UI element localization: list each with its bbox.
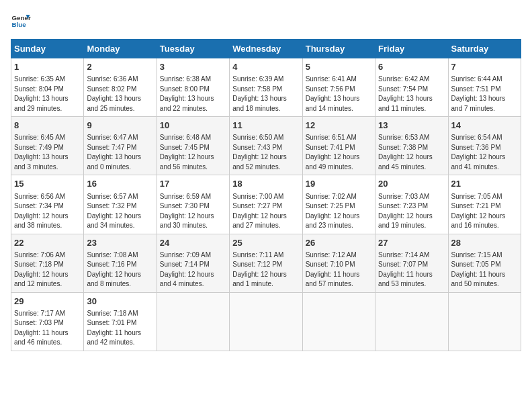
day-info: Sunrise: 6:35 AM Sunset: 8:04 PM Dayligh… bbox=[14, 75, 81, 113]
day-info: Sunrise: 6:42 AM Sunset: 7:54 PM Dayligh… bbox=[378, 75, 445, 113]
day-info: Sunrise: 7:11 AM Sunset: 7:12 PM Dayligh… bbox=[232, 250, 299, 289]
day-number: 9 bbox=[87, 120, 153, 132]
weekday-header-row: SundayMondayTuesdayWednesdayThursdayFrid… bbox=[11, 40, 521, 58]
calendar-cell: 1Sunrise: 6:35 AM Sunset: 8:04 PM Daylig… bbox=[11, 58, 84, 117]
day-number: 6 bbox=[378, 61, 445, 73]
calendar-cell: 26Sunrise: 7:12 AM Sunset: 7:10 PM Dayli… bbox=[302, 234, 375, 292]
weekday-header-monday: Monday bbox=[84, 40, 157, 58]
day-info: Sunrise: 6:56 AM Sunset: 7:34 PM Dayligh… bbox=[14, 192, 81, 231]
calendar-cell: 12Sunrise: 6:51 AM Sunset: 7:41 PM Dayli… bbox=[302, 117, 375, 175]
calendar-week-row: 8Sunrise: 6:45 AM Sunset: 7:49 PM Daylig… bbox=[11, 117, 521, 175]
day-info: Sunrise: 6:53 AM Sunset: 7:38 PM Dayligh… bbox=[378, 133, 445, 172]
calendar-cell: 2Sunrise: 6:36 AM Sunset: 8:02 PM Daylig… bbox=[84, 58, 157, 117]
svg-text:Blue: Blue bbox=[12, 21, 27, 28]
calendar-cell: 16Sunrise: 6:57 AM Sunset: 7:32 PM Dayli… bbox=[84, 175, 157, 234]
day-info: Sunrise: 6:57 AM Sunset: 7:32 PM Dayligh… bbox=[87, 192, 153, 231]
day-info: Sunrise: 7:12 AM Sunset: 7:10 PM Dayligh… bbox=[306, 250, 372, 289]
day-info: Sunrise: 6:51 AM Sunset: 7:41 PM Dayligh… bbox=[306, 133, 372, 172]
calendar-table: SundayMondayTuesdayWednesdayThursdayFrid… bbox=[11, 39, 521, 351]
day-number: 30 bbox=[87, 295, 153, 308]
day-number: 2 bbox=[87, 61, 153, 73]
calendar-cell: 20Sunrise: 7:03 AM Sunset: 7:23 PM Dayli… bbox=[375, 175, 448, 234]
day-info: Sunrise: 6:36 AM Sunset: 8:02 PM Dayligh… bbox=[87, 75, 153, 113]
weekday-header-saturday: Saturday bbox=[448, 40, 521, 58]
logo: General Blue bbox=[11, 11, 31, 31]
day-number: 22 bbox=[14, 237, 81, 249]
calendar-cell: 23Sunrise: 7:08 AM Sunset: 7:16 PM Dayli… bbox=[84, 234, 157, 292]
day-info: Sunrise: 7:14 AM Sunset: 7:07 PM Dayligh… bbox=[378, 250, 445, 289]
day-info: Sunrise: 7:02 AM Sunset: 7:25 PM Dayligh… bbox=[306, 192, 372, 231]
calendar-cell: 4Sunrise: 6:39 AM Sunset: 7:58 PM Daylig… bbox=[230, 58, 302, 117]
day-number: 10 bbox=[160, 120, 226, 132]
calendar-cell: 8Sunrise: 6:45 AM Sunset: 7:49 PM Daylig… bbox=[11, 117, 84, 175]
calendar-cell bbox=[448, 292, 521, 351]
calendar-cell bbox=[302, 292, 375, 351]
day-info: Sunrise: 7:08 AM Sunset: 7:16 PM Dayligh… bbox=[87, 250, 153, 289]
day-info: Sunrise: 7:17 AM Sunset: 7:03 PM Dayligh… bbox=[14, 309, 81, 348]
calendar-cell: 30Sunrise: 7:18 AM Sunset: 7:01 PM Dayli… bbox=[84, 292, 157, 351]
day-number: 3 bbox=[160, 61, 226, 73]
day-number: 27 bbox=[378, 237, 445, 249]
weekday-header-wednesday: Wednesday bbox=[230, 40, 302, 58]
calendar-cell: 17Sunrise: 6:59 AM Sunset: 7:30 PM Dayli… bbox=[157, 175, 229, 234]
calendar-cell: 27Sunrise: 7:14 AM Sunset: 7:07 PM Dayli… bbox=[375, 234, 448, 292]
day-number: 20 bbox=[378, 178, 445, 190]
calendar-cell: 25Sunrise: 7:11 AM Sunset: 7:12 PM Dayli… bbox=[230, 234, 302, 292]
calendar-cell: 18Sunrise: 7:00 AM Sunset: 7:27 PM Dayli… bbox=[230, 175, 302, 234]
calendar-week-row: 22Sunrise: 7:06 AM Sunset: 7:18 PM Dayli… bbox=[11, 234, 521, 292]
day-info: Sunrise: 7:05 AM Sunset: 7:21 PM Dayligh… bbox=[451, 192, 518, 231]
day-number: 5 bbox=[306, 61, 372, 73]
day-info: Sunrise: 6:44 AM Sunset: 7:51 PM Dayligh… bbox=[451, 75, 518, 113]
calendar-cell: 3Sunrise: 6:38 AM Sunset: 8:00 PM Daylig… bbox=[157, 58, 229, 117]
calendar-cell: 15Sunrise: 6:56 AM Sunset: 7:34 PM Dayli… bbox=[11, 175, 84, 234]
day-info: Sunrise: 6:45 AM Sunset: 7:49 PM Dayligh… bbox=[14, 133, 81, 172]
day-number: 24 bbox=[160, 237, 226, 249]
calendar-cell: 11Sunrise: 6:50 AM Sunset: 7:43 PM Dayli… bbox=[230, 117, 302, 175]
day-info: Sunrise: 6:54 AM Sunset: 7:36 PM Dayligh… bbox=[451, 133, 518, 172]
calendar-cell: 28Sunrise: 7:15 AM Sunset: 7:05 PM Dayli… bbox=[448, 234, 521, 292]
day-info: Sunrise: 6:41 AM Sunset: 7:56 PM Dayligh… bbox=[306, 75, 372, 113]
weekday-header-friday: Friday bbox=[375, 40, 448, 58]
calendar-cell: 24Sunrise: 7:09 AM Sunset: 7:14 PM Dayli… bbox=[157, 234, 229, 292]
weekday-header-thursday: Thursday bbox=[302, 40, 375, 58]
day-number: 29 bbox=[14, 295, 81, 308]
day-info: Sunrise: 7:00 AM Sunset: 7:27 PM Dayligh… bbox=[232, 192, 299, 231]
logo-icon: General Blue bbox=[11, 11, 31, 31]
day-number: 18 bbox=[232, 178, 299, 190]
day-number: 25 bbox=[232, 237, 299, 249]
day-info: Sunrise: 7:03 AM Sunset: 7:23 PM Dayligh… bbox=[378, 192, 445, 231]
calendar-cell: 22Sunrise: 7:06 AM Sunset: 7:18 PM Dayli… bbox=[11, 234, 84, 292]
day-number: 15 bbox=[14, 178, 81, 190]
day-number: 4 bbox=[232, 61, 299, 73]
calendar-cell bbox=[375, 292, 448, 351]
day-info: Sunrise: 6:50 AM Sunset: 7:43 PM Dayligh… bbox=[232, 133, 299, 172]
day-number: 28 bbox=[451, 237, 518, 249]
day-info: Sunrise: 6:39 AM Sunset: 7:58 PM Dayligh… bbox=[232, 75, 299, 113]
calendar-week-row: 1Sunrise: 6:35 AM Sunset: 8:04 PM Daylig… bbox=[11, 58, 521, 117]
day-info: Sunrise: 7:15 AM Sunset: 7:05 PM Dayligh… bbox=[451, 250, 518, 289]
calendar-cell: 5Sunrise: 6:41 AM Sunset: 7:56 PM Daylig… bbox=[302, 58, 375, 117]
day-number: 1 bbox=[14, 61, 81, 73]
calendar-cell: 13Sunrise: 6:53 AM Sunset: 7:38 PM Dayli… bbox=[375, 117, 448, 175]
day-number: 11 bbox=[232, 120, 299, 132]
calendar-week-row: 15Sunrise: 6:56 AM Sunset: 7:34 PM Dayli… bbox=[11, 175, 521, 234]
day-number: 19 bbox=[306, 178, 372, 190]
day-info: Sunrise: 7:18 AM Sunset: 7:01 PM Dayligh… bbox=[87, 309, 153, 348]
page-header: General Blue bbox=[11, 11, 521, 31]
day-info: Sunrise: 7:09 AM Sunset: 7:14 PM Dayligh… bbox=[160, 250, 226, 289]
calendar-week-row: 29Sunrise: 7:17 AM Sunset: 7:03 PM Dayli… bbox=[11, 292, 521, 351]
day-info: Sunrise: 6:59 AM Sunset: 7:30 PM Dayligh… bbox=[160, 192, 226, 231]
day-number: 17 bbox=[160, 178, 226, 190]
calendar-cell: 7Sunrise: 6:44 AM Sunset: 7:51 PM Daylig… bbox=[448, 58, 521, 117]
day-info: Sunrise: 6:47 AM Sunset: 7:47 PM Dayligh… bbox=[87, 133, 153, 172]
calendar-cell: 19Sunrise: 7:02 AM Sunset: 7:25 PM Dayli… bbox=[302, 175, 375, 234]
calendar-cell: 21Sunrise: 7:05 AM Sunset: 7:21 PM Dayli… bbox=[448, 175, 521, 234]
calendar-cell: 10Sunrise: 6:48 AM Sunset: 7:45 PM Dayli… bbox=[157, 117, 229, 175]
calendar-cell bbox=[157, 292, 229, 351]
calendar-cell: 14Sunrise: 6:54 AM Sunset: 7:36 PM Dayli… bbox=[448, 117, 521, 175]
calendar-cell: 6Sunrise: 6:42 AM Sunset: 7:54 PM Daylig… bbox=[375, 58, 448, 117]
day-number: 14 bbox=[451, 120, 518, 132]
day-number: 26 bbox=[306, 237, 372, 249]
day-number: 21 bbox=[451, 178, 518, 190]
day-number: 8 bbox=[14, 120, 81, 132]
